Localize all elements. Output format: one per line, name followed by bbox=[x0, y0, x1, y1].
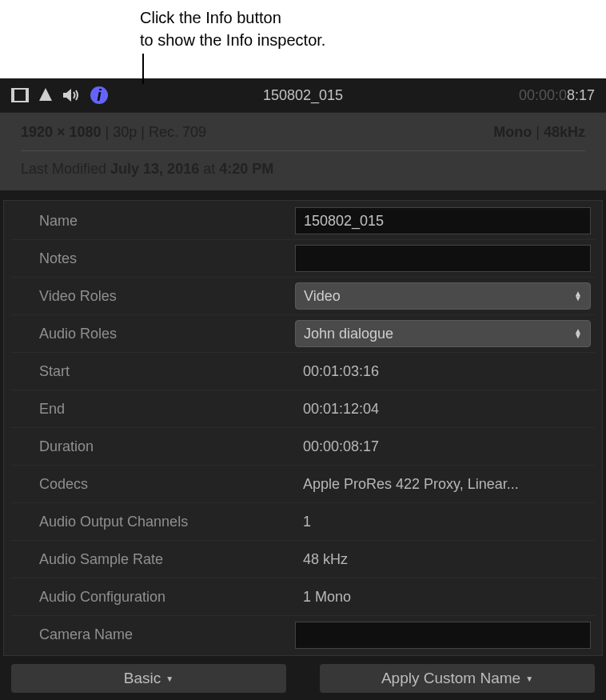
clip-title: 150802_015 bbox=[179, 87, 427, 104]
name-label: Name bbox=[15, 213, 295, 230]
field-name: Name bbox=[10, 202, 596, 240]
clip-summary-header: 1920 × 1080 | 30p | Rec. 709 Mono | 48kH… bbox=[0, 112, 606, 190]
svg-rect-1 bbox=[12, 89, 14, 102]
audio-roles-select[interactable]: John dialogue ▲▼ bbox=[295, 320, 591, 347]
inspector-panel: i 150802_015 00:00:08:17 1920 × 1080 | 3… bbox=[0, 78, 606, 700]
end-label: End bbox=[15, 401, 295, 418]
name-input[interactable] bbox=[295, 207, 591, 234]
field-end: End 00:01:12:04 bbox=[10, 390, 596, 428]
field-audio-config: Audio Configuration 1 Mono bbox=[10, 578, 596, 616]
camera-input[interactable] bbox=[295, 622, 591, 649]
start-label: Start bbox=[15, 363, 295, 380]
field-audio-roles: Audio Roles John dialogue ▲▼ bbox=[10, 315, 596, 353]
video-roles-label: Video Roles bbox=[15, 288, 295, 305]
asr-value: 48 kHz bbox=[295, 551, 591, 568]
notes-label: Notes bbox=[15, 250, 295, 267]
timecode-active: 8:17 bbox=[567, 87, 595, 103]
video-tab-icon[interactable] bbox=[11, 88, 29, 102]
audio-format-summary: Mono | 48kHz bbox=[493, 124, 585, 141]
notes-input[interactable] bbox=[295, 245, 591, 272]
aconf-label: Audio Configuration bbox=[15, 589, 295, 606]
camera-label: Camera Name bbox=[15, 626, 295, 643]
info-tab-icon[interactable]: i bbox=[90, 86, 109, 105]
svg-marker-4 bbox=[63, 89, 71, 102]
metadata-view-button[interactable]: Basic ▼ bbox=[11, 664, 286, 693]
chevron-updown-icon: ▲▼ bbox=[574, 329, 582, 338]
channels-value: 1 bbox=[295, 514, 591, 530]
callout-pointer-line bbox=[142, 54, 144, 84]
chevron-down-icon: ▼ bbox=[165, 674, 173, 683]
audio-roles-label: Audio Roles bbox=[15, 326, 295, 342]
chevron-down-icon: ▼ bbox=[525, 674, 533, 683]
field-audio-channels: Audio Output Channels 1 bbox=[10, 503, 596, 541]
field-camera-name: Camera Name bbox=[10, 616, 596, 654]
codecs-value: Apple ProRes 422 Proxy, Linear... bbox=[295, 476, 591, 493]
chevron-updown-icon: ▲▼ bbox=[574, 291, 582, 301]
callout-text-line2: to show the Info inspector. bbox=[140, 29, 606, 51]
video-roles-select[interactable]: Video ▲▼ bbox=[295, 282, 591, 310]
inspector-footer: Basic ▼ Apply Custom Name ▼ bbox=[0, 656, 606, 700]
field-codecs: Codecs Apple ProRes 422 Proxy, Linear... bbox=[10, 466, 596, 503]
start-value: 00:01:03:16 bbox=[295, 363, 591, 380]
callout-annotation: Click the Info button to show the Info i… bbox=[0, 0, 606, 78]
video-format-summary: 1920 × 1080 | 30p | Rec. 709 bbox=[21, 124, 206, 141]
end-value: 00:01:12:04 bbox=[295, 401, 591, 418]
svg-marker-3 bbox=[39, 88, 52, 101]
duration-label: Duration bbox=[15, 438, 295, 455]
svg-rect-2 bbox=[26, 89, 28, 102]
field-notes: Notes bbox=[10, 240, 596, 278]
color-tab-icon[interactable] bbox=[38, 87, 53, 103]
apply-custom-name-button[interactable]: Apply Custom Name ▼ bbox=[320, 664, 595, 693]
callout-text-line1: Click the Info button bbox=[140, 6, 606, 29]
field-sample-rate: Audio Sample Rate 48 kHz bbox=[10, 541, 596, 578]
codecs-label: Codecs bbox=[15, 476, 295, 493]
inspector-tab-bar: i 150802_015 00:00:08:17 bbox=[0, 78, 606, 112]
aconf-value: 1 Mono bbox=[295, 589, 591, 606]
duration-value: 00:00:08:17 bbox=[295, 438, 591, 455]
asr-label: Audio Sample Rate bbox=[15, 551, 295, 568]
timecode-display: 00:00:08:17 bbox=[427, 87, 595, 104]
svg-text:i: i bbox=[97, 86, 102, 104]
metadata-fields: Name Notes Video Roles Video ▲▼ Audio Ro… bbox=[3, 200, 603, 656]
last-modified-text: Last Modified July 13, 2016 at 4:20 PM bbox=[21, 150, 585, 182]
field-start: Start 00:01:03:16 bbox=[10, 353, 596, 390]
audio-tab-icon[interactable] bbox=[62, 88, 80, 102]
channels-label: Audio Output Channels bbox=[15, 514, 295, 530]
timecode-faded: 00:00:0 bbox=[519, 87, 567, 103]
field-video-roles: Video Roles Video ▲▼ bbox=[10, 278, 596, 315]
field-duration: Duration 00:00:08:17 bbox=[10, 428, 596, 466]
